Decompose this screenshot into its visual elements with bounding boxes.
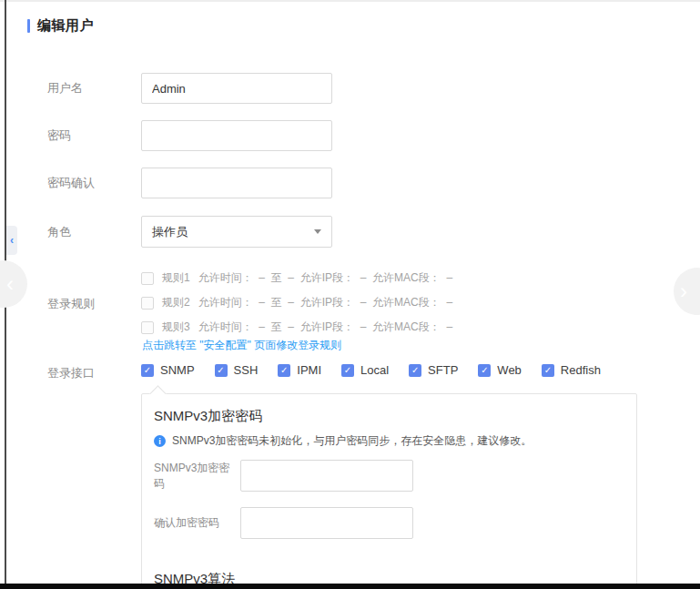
interface-checkbox-local[interactable]: ✓ Local xyxy=(341,363,389,377)
info-icon: i xyxy=(154,435,166,447)
snmpv3-password-confirm-input[interactable] xyxy=(240,507,413,539)
rule3-name: 规则3 xyxy=(162,320,190,335)
rule2-detail: 允许时间： – 至 – 允许IP段： – 允许MAC段： – xyxy=(198,295,452,310)
login-rule-row-3: 规则3 允许时间： – 至 – 允许IP段： – 允许MAC段： – xyxy=(141,315,452,340)
rule3-detail: 允许时间： – 至 – 允许IP段： – 允许MAC段： – xyxy=(198,320,452,335)
interface-checkbox-ssh[interactable]: ✓ SSH xyxy=(215,363,259,377)
title-accent-bar xyxy=(27,19,30,33)
carousel-next-button[interactable]: › xyxy=(674,268,700,315)
interface-label-web: Web xyxy=(497,363,522,377)
snmpv3-password-confirm-row: 确认加密密码 xyxy=(154,507,413,539)
chevron-right-icon: › xyxy=(680,279,687,304)
sidebar-collapse-tab[interactable]: ‹ xyxy=(6,226,17,255)
panel-callout-notch xyxy=(149,385,166,401)
role-label: 角色 xyxy=(47,224,141,240)
interface-checkbox-ipmi[interactable]: ✓ IPMI xyxy=(278,363,321,377)
checkbox-checked-icon: ✓ xyxy=(215,364,228,377)
interface-label-ipmi: IPMI xyxy=(297,363,321,377)
username-input[interactable] xyxy=(141,73,332,104)
username-label: 用户名 xyxy=(47,80,141,96)
rule3-checkbox[interactable] xyxy=(141,321,154,334)
rule1-checkbox[interactable] xyxy=(141,272,154,285)
checkbox-checked-icon: ✓ xyxy=(542,364,554,377)
interface-label-snmp: SNMP xyxy=(160,363,195,377)
interface-label-redfish: Redfish xyxy=(561,363,601,377)
login-rules-block: 规则1 允许时间： – 至 – 允许IP段： – 允许MAC段： – 规则2 允… xyxy=(141,266,452,340)
checkbox-checked-icon: ✓ xyxy=(141,364,154,377)
rule2-name: 规则2 xyxy=(162,295,190,310)
role-row: 角色 操作员 xyxy=(47,216,332,248)
snmpv3-password-confirm-label: 确认加密密码 xyxy=(154,515,240,531)
page-title: 编辑用户 xyxy=(37,17,94,35)
checkbox-checked-icon: ✓ xyxy=(409,364,421,377)
snmpv3-panel: SNMPv3加密密码 i SNMPv3加密密码未初始化，与用户密码同步，存在安全… xyxy=(141,393,637,589)
password-row: 密码 xyxy=(47,120,332,151)
snmpv3-notice-text: SNMPv3加密密码未初始化，与用户密码同步，存在安全隐患，建议修改。 xyxy=(172,433,532,449)
chevron-left-icon: ‹ xyxy=(10,234,14,247)
top-border-line xyxy=(0,0,700,2)
rule1-detail: 允许时间： – 至 – 允许IP段： – 允许MAC段： – xyxy=(198,270,452,286)
password-confirm-label: 密码确认 xyxy=(47,175,141,191)
role-select-value: 操作员 xyxy=(152,224,188,240)
password-confirm-input[interactable] xyxy=(141,168,332,198)
interface-checkbox-snmp[interactable]: ✓ SNMP xyxy=(141,363,195,377)
rule2-checkbox[interactable] xyxy=(141,297,154,310)
password-confirm-row: 密码确认 xyxy=(47,168,332,198)
chevron-down-icon xyxy=(314,229,321,234)
rule1-name: 规则1 xyxy=(162,270,190,286)
snmpv3-panel-title: SNMPv3加密密码 xyxy=(154,408,262,425)
checkbox-checked-icon: ✓ xyxy=(478,364,491,377)
login-rules-label: 登录规则 xyxy=(47,296,95,312)
password-label: 密码 xyxy=(47,127,141,144)
username-row: 用户名 xyxy=(47,73,332,104)
interface-checkbox-web[interactable]: ✓ Web xyxy=(478,363,522,377)
snmpv3-notice: i SNMPv3加密密码未初始化，与用户密码同步，存在安全隐患，建议修改。 xyxy=(154,433,532,449)
chevron-left-icon: ‹ xyxy=(6,271,14,297)
page-title-row: 编辑用户 xyxy=(27,17,94,35)
interface-label-sftp: SFTP xyxy=(428,363,458,377)
checkbox-checked-icon: ✓ xyxy=(278,364,290,377)
snmpv3-password-input[interactable] xyxy=(240,460,413,492)
role-select[interactable]: 操作员 xyxy=(141,216,332,248)
interface-checkbox-sftp[interactable]: ✓ SFTP xyxy=(409,363,458,377)
login-rule-row-2: 规则2 允许时间： – 至 – 允许IP段： – 允许MAC段： – xyxy=(141,290,452,315)
interface-checkbox-redfish[interactable]: ✓ Redfish xyxy=(542,363,601,377)
login-interfaces-label: 登录接口 xyxy=(47,365,95,381)
bottom-black-bar xyxy=(0,584,700,589)
interface-label-local: Local xyxy=(360,363,389,377)
checkbox-checked-icon: ✓ xyxy=(341,364,354,377)
snmpv3-password-label: SNMPv3加密密码 xyxy=(154,461,240,492)
security-config-link[interactable]: 点击跳转至 "安全配置" 页面修改登录规则 xyxy=(142,338,341,353)
carousel-prev-button[interactable]: ‹ xyxy=(0,260,27,308)
interface-label-ssh: SSH xyxy=(234,363,259,377)
edit-user-page: 编辑用户 用户名 密码 密码确认 角色 操作员 登录规则 规则1 允许时间： –… xyxy=(0,0,700,589)
login-interfaces-row: ✓ SNMP ✓ SSH ✓ IPMI ✓ Local ✓ SFTP ✓ Web… xyxy=(141,363,601,377)
login-rule-row-1: 规则1 允许时间： – 至 – 允许IP段： – 允许MAC段： – xyxy=(141,266,452,290)
password-input[interactable] xyxy=(141,120,332,151)
snmpv3-password-row: SNMPv3加密密码 xyxy=(154,460,413,492)
